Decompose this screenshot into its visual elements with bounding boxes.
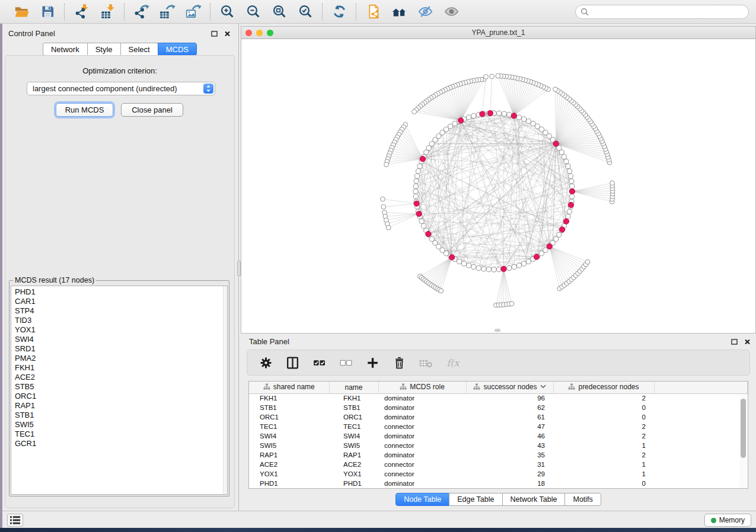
mcds-hub-node[interactable]	[420, 156, 425, 162]
table-row[interactable]: FKH1FKH1dominator962	[249, 393, 748, 403]
open-file-button[interactable]	[12, 2, 31, 21]
canvas-scroll-grip[interactable]	[495, 329, 500, 332]
mcds-hub-node[interactable]	[414, 201, 419, 206]
mcds-result-item[interactable]: ORC1	[15, 392, 227, 401]
mcds-hub-node[interactable]	[563, 219, 569, 224]
table-row[interactable]: PHD1PHD1dominator180	[249, 479, 748, 488]
mcds-hub-node[interactable]	[511, 113, 516, 118]
table-row[interactable]: ORC1ORC1dominator610	[249, 412, 748, 422]
delete-table-button	[417, 354, 435, 371]
mcds-result-item[interactable]: RAP1	[15, 401, 227, 411]
mcds-result-item[interactable]: SWI4	[15, 335, 227, 344]
table-row[interactable]: STB1STB1dominator620	[249, 403, 748, 412]
mcds-result-item[interactable]: ACE2	[15, 373, 227, 382]
mcds-result-item[interactable]: YOX1	[15, 325, 227, 335]
column-header-MCDS-role[interactable]: MCDS role	[378, 382, 466, 393]
memory-button[interactable]: Memory	[704, 514, 751, 527]
mcds-result-item[interactable]: CAR1	[15, 297, 227, 306]
select-all-rows-button[interactable]	[310, 354, 328, 371]
column-header-shared-name[interactable]: shared name	[249, 382, 329, 393]
split-panel-button[interactable]	[283, 354, 301, 371]
task-history-button[interactable]	[7, 514, 23, 527]
tab-node-table[interactable]: Node Table	[395, 493, 449, 506]
criterion-dropdown[interactable]: largest connected component (undirected)	[27, 82, 215, 95]
export-table-button[interactable]	[158, 2, 177, 21]
column-header-successor-nodes[interactable]: successor nodes	[466, 382, 553, 393]
close-panel-button[interactable]: Close panel	[121, 103, 183, 117]
mcds-hub-node[interactable]	[569, 188, 575, 194]
mcds-result-item[interactable]: SRD1	[15, 344, 227, 354]
mcds-result-item[interactable]: STB1	[15, 411, 227, 420]
table-scrollbar[interactable]	[739, 394, 747, 488]
table-panel-float-button[interactable]	[730, 337, 738, 345]
table-cell: 2	[553, 431, 654, 441]
network-from-selection-button[interactable]	[363, 2, 382, 21]
tab-motifs[interactable]: Motifs	[564, 493, 601, 506]
control-panel-close-button[interactable]	[223, 29, 231, 37]
mcds-hub-node[interactable]	[501, 266, 506, 271]
delete-column-button[interactable]	[390, 354, 408, 371]
mcds-result-list[interactable]: PHD1CAR1STP4TID3YOX1SWI4SRD1PMA2FKH1ACE2…	[11, 286, 228, 495]
network-canvas[interactable]	[241, 39, 755, 333]
table-row[interactable]: ACE2ACE2connector311	[249, 460, 748, 469]
table-row[interactable]: SWI4SWI4dominator462	[249, 431, 748, 441]
save-session-button[interactable]	[38, 2, 57, 21]
import-network-button[interactable]	[72, 2, 91, 21]
add-column-button[interactable]	[363, 354, 381, 371]
zoom-in-button[interactable]	[218, 2, 237, 21]
network-window-titlebar[interactable]: YPA_prune.txt_1	[241, 27, 755, 39]
mcds-result-item[interactable]: GCR1	[15, 439, 227, 448]
mcds-result-item[interactable]: STB5	[15, 382, 227, 392]
export-image-button[interactable]	[184, 2, 203, 21]
mcds-hub-node[interactable]	[487, 111, 493, 116]
column-header-predecessor-nodes[interactable]: predecessor nodes	[553, 382, 654, 393]
list-scrollbar-track[interactable]	[223, 286, 227, 494]
table-row[interactable]: TEC1TEC1connector472	[249, 422, 748, 431]
table-panel-close-button[interactable]	[743, 337, 751, 345]
tab-network-table[interactable]: Network Table	[502, 493, 566, 506]
mcds-result-item[interactable]: TEC1	[15, 430, 227, 439]
mcds-hub-node[interactable]	[426, 231, 431, 236]
export-network-button[interactable]	[132, 2, 151, 21]
table-row[interactable]: YOX1YOX1connector291	[249, 469, 748, 479]
tab-mcds[interactable]: MCDS	[158, 43, 197, 56]
mcds-result-item[interactable]: SWI5	[15, 420, 227, 430]
show-hidden-button[interactable]	[442, 2, 461, 21]
mcds-hub-node[interactable]	[480, 111, 485, 117]
mcds-hub-node[interactable]	[547, 243, 552, 249]
control-panel-float-button[interactable]	[210, 29, 218, 37]
zoom-fit-button[interactable]	[270, 2, 289, 21]
mcds-result-item[interactable]: STP4	[15, 306, 227, 316]
tab-edge-table[interactable]: Edge Table	[449, 493, 502, 506]
column-header-name[interactable]: name	[329, 382, 378, 393]
mcds-hub-node[interactable]	[534, 254, 539, 259]
apply-layout-button[interactable]	[330, 2, 349, 21]
table-settings-button[interactable]	[257, 354, 275, 371]
memory-label: Memory	[719, 516, 745, 524]
mcds-result-item[interactable]: PHD1	[15, 287, 227, 297]
deselect-all-rows-button[interactable]	[337, 354, 355, 371]
mcds-hub-node[interactable]	[458, 118, 464, 123]
zoom-out-button[interactable]	[244, 2, 263, 21]
tab-select[interactable]: Select	[120, 43, 158, 56]
table-scrollbar-thumb[interactable]	[741, 399, 746, 458]
table-row[interactable]: RAP1RAP1dominator352	[249, 450, 748, 460]
hide-selected-button[interactable]	[416, 2, 435, 21]
mcds-result-item[interactable]: TID3	[15, 316, 227, 325]
search-input[interactable]	[575, 5, 749, 19]
mcds-hub-node[interactable]	[449, 255, 455, 260]
run-mcds-button[interactable]: Run MCDS	[56, 103, 113, 117]
tab-network[interactable]: Network	[43, 43, 88, 56]
mcds-result-item[interactable]: PMA2	[15, 354, 227, 363]
network-title: YPA_prune.txt_1	[241, 28, 755, 37]
table-row[interactable]: SWI5SWI5connector431	[249, 441, 748, 450]
mcds-result-item[interactable]: FKH1	[15, 363, 227, 373]
tab-style[interactable]: Style	[87, 43, 121, 56]
zoom-selected-button[interactable]	[296, 2, 315, 21]
mcds-hub-node[interactable]	[560, 227, 565, 232]
mcds-hub-node[interactable]	[553, 141, 559, 146]
mcds-hub-node[interactable]	[568, 202, 573, 207]
first-neighbors-button[interactable]	[390, 2, 409, 21]
import-table-button[interactable]	[98, 2, 117, 21]
mcds-hub-node[interactable]	[416, 211, 422, 216]
